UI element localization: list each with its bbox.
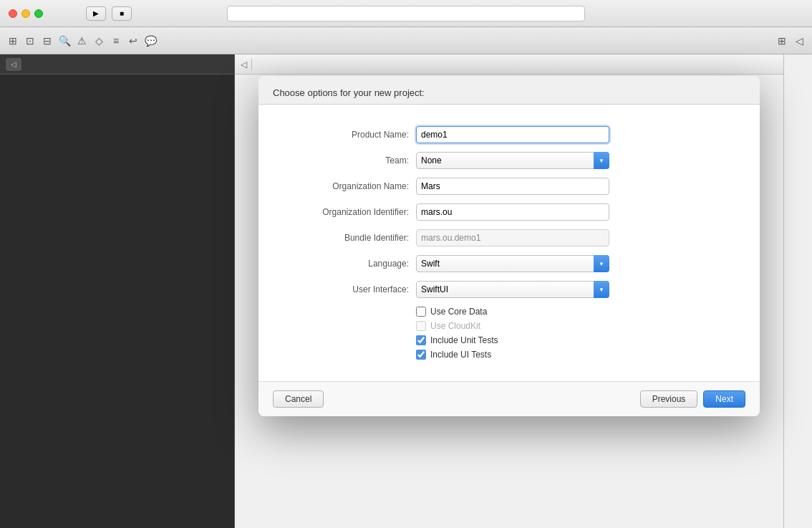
cancel-button[interactable]: Cancel [273, 390, 324, 408]
use-cloudkit-label: Use CloudKit [430, 321, 480, 331]
use-core-data-checkbox[interactable] [416, 307, 426, 317]
traffic-lights [0, 9, 43, 18]
org-identifier-input[interactable] [416, 203, 609, 221]
panel-toggle-button[interactable]: ◁ [6, 58, 21, 71]
toolbar-icon-undo[interactable]: ↩ [126, 34, 140, 48]
org-identifier-label: Organization Identifier: [273, 207, 416, 217]
stop-button[interactable]: ■ [112, 6, 132, 21]
toolbar-icon-folder[interactable]: ⊞ [6, 34, 20, 48]
app-toolbar: ⊞ ⊡ ⊟ 🔍 ⚠ ◇ ≡ ↩ 💬 ⊞ ◁ [0, 27, 812, 54]
include-ui-tests-label: Include UI Tests [430, 350, 491, 360]
include-unit-tests-row: Include Unit Tests [416, 335, 745, 345]
modal-heading: Choose options for your new project: [273, 87, 745, 98]
right-panel [783, 54, 812, 528]
close-button[interactable] [9, 9, 17, 18]
modal-footer: Cancel Previous Next [258, 381, 760, 416]
product-name-label: Product Name: [273, 130, 416, 140]
search-bar [227, 6, 585, 21]
maximize-button[interactable] [34, 9, 43, 18]
team-select-wrapper: None Personal Team [416, 152, 609, 169]
previous-button[interactable]: Previous [640, 390, 698, 408]
product-name-input[interactable] [416, 126, 609, 143]
toolbar-icon-hierarchy[interactable]: ⊟ [40, 34, 54, 48]
footer-right: Previous Next [640, 390, 745, 408]
modal-overlay: Choose options for your new project: Pro… [235, 54, 783, 528]
previous-label: Previous [652, 394, 686, 404]
include-unit-tests-checkbox[interactable] [416, 335, 426, 345]
use-core-data-label: Use Core Data [430, 307, 487, 317]
use-cloudkit-row: Use CloudKit [416, 321, 745, 331]
left-panel: ◁ [0, 54, 235, 528]
use-cloudkit-checkbox[interactable] [416, 321, 426, 331]
toolbar-icon-list[interactable]: ≡ [109, 34, 123, 48]
org-name-label: Organization Name: [273, 181, 416, 191]
new-project-modal: Choose options for your new project: Pro… [258, 76, 760, 416]
next-button[interactable]: Next [703, 390, 745, 408]
toolbar-icon-diamond[interactable]: ◇ [92, 34, 106, 48]
include-ui-tests-row: Include UI Tests [416, 350, 745, 360]
ui-select-wrapper: SwiftUI Storyboard [416, 281, 609, 298]
main-layout: ◁ ◁ Choose options for your new project:… [0, 54, 812, 528]
use-core-data-row: Use Core Data [416, 307, 745, 317]
titlebar: ▶ ■ [0, 0, 812, 27]
bundle-identifier-input [416, 229, 609, 246]
modal-body: Product Name: Team: None Personal Team [258, 105, 760, 381]
ui-select[interactable]: SwiftUI Storyboard [416, 281, 609, 298]
org-name-row: Organization Name: [273, 178, 745, 195]
include-ui-tests-checkbox[interactable] [416, 350, 426, 360]
org-identifier-row: Organization Identifier: [273, 203, 745, 221]
content-area: ◁ Choose options for your new project: P… [235, 54, 783, 528]
org-name-input[interactable] [416, 178, 609, 195]
toolbar-icon-search[interactable]: 🔍 [57, 34, 72, 48]
left-toolbar: ◁ [0, 54, 234, 75]
checkboxes-section: Use Core Data Use CloudKit Include Unit … [416, 307, 745, 360]
team-label: Team: [273, 155, 416, 165]
cancel-label: Cancel [285, 394, 311, 404]
stop-icon: ■ [120, 9, 124, 17]
toolbar-icon-inspector[interactable]: ⊡ [23, 34, 37, 48]
product-name-row: Product Name: [273, 126, 745, 143]
team-row: Team: None Personal Team [273, 152, 745, 169]
bundle-identifier-label: Bundle Identifier: [273, 233, 416, 243]
run-button[interactable]: ▶ [86, 6, 106, 21]
run-icon: ▶ [93, 9, 99, 17]
language-select-wrapper: Swift Objective-C [416, 255, 609, 272]
toolbar-icon-nav[interactable]: ◁ [792, 34, 806, 48]
title-search-field[interactable] [227, 6, 585, 21]
toolbar-icon-comment[interactable]: 💬 [143, 34, 158, 48]
include-unit-tests-label: Include Unit Tests [430, 335, 498, 345]
minimize-button[interactable] [21, 9, 30, 18]
toolbar-icon-panels[interactable]: ⊞ [775, 34, 789, 48]
toolbar-icon-warning[interactable]: ⚠ [74, 34, 89, 48]
language-label: Language: [273, 259, 416, 269]
modal-title-bar: Choose options for your new project: [258, 76, 760, 105]
titlebar-controls: ▶ ■ [43, 6, 132, 21]
language-select[interactable]: Swift Objective-C [416, 255, 609, 272]
footer-left: Cancel [273, 390, 324, 408]
team-select[interactable]: None Personal Team [416, 152, 609, 169]
bundle-identifier-row: Bundle Identifier: [273, 229, 745, 246]
language-row: Language: Swift Objective-C [273, 255, 745, 272]
ui-label: User Interface: [273, 284, 416, 294]
next-label: Next [715, 394, 733, 404]
ui-row: User Interface: SwiftUI Storyboard [273, 281, 745, 298]
